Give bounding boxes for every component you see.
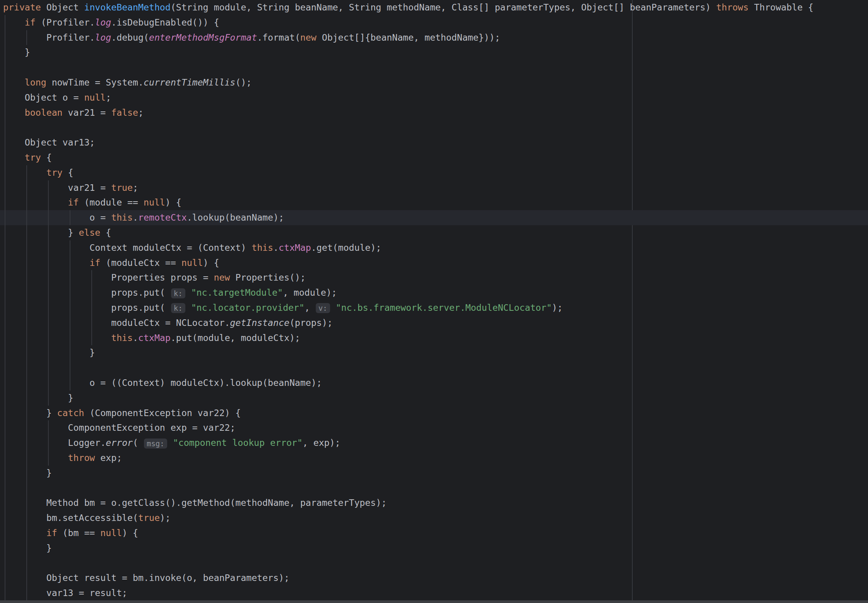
code-line[interactable]: } — [0, 45, 868, 60]
code-token: if — [89, 257, 100, 268]
code-token: ; — [106, 92, 111, 103]
inlay-hint-badge: msg: — [144, 439, 167, 449]
code-line[interactable]: var21 = true; — [0, 180, 868, 195]
code-line[interactable]: } — [0, 541, 868, 556]
code-line[interactable] — [0, 360, 868, 375]
code-line[interactable]: long nowTime = System.currentTimeMillis(… — [0, 75, 868, 90]
code-line[interactable]: try { — [0, 150, 868, 165]
code-line[interactable]: throw exp; — [0, 451, 868, 466]
code-token: (Profiler. — [36, 17, 95, 27]
code-line[interactable] — [0, 120, 868, 135]
indent-guide — [48, 420, 49, 465]
code-token: new — [300, 32, 317, 43]
code-line[interactable]: Object o = null; — [0, 90, 868, 105]
code-token: log — [95, 32, 111, 43]
code-token: exp; — [95, 452, 122, 463]
code-line[interactable]: var13 = result; — [0, 586, 868, 601]
code-token: "component lookup error" — [173, 437, 303, 448]
code-line[interactable]: if (Profiler.log.isDebugEnabled()) { — [0, 15, 868, 30]
code-token: Context moduleCtx = (Context) — [3, 242, 252, 253]
code-token: ; — [133, 182, 138, 193]
code-token: , — [305, 302, 315, 313]
code-line[interactable]: ComponentException exp = var22; — [0, 420, 868, 435]
code-token: if — [68, 197, 79, 207]
code-line[interactable]: } — [0, 391, 868, 406]
code-token: catch — [57, 408, 84, 418]
code-token: ( — [133, 437, 144, 448]
code-token: if — [25, 17, 36, 27]
code-line[interactable]: Object var13; — [0, 135, 868, 150]
code-token: error — [106, 437, 133, 448]
code-token: (module == — [79, 197, 144, 207]
code-token: "nc.bs.framework.server.ModuleNCLocator" — [336, 302, 552, 313]
code-line[interactable]: moduleCtx = NCLocator.getInstance(props)… — [0, 315, 868, 331]
code-token: else — [79, 227, 100, 238]
code-line[interactable]: } — [0, 345, 868, 360]
code-token — [3, 152, 25, 163]
code-token: } — [3, 227, 79, 238]
code-token: private — [3, 2, 41, 12]
code-line[interactable] — [0, 555, 868, 570]
code-token: Object — [41, 2, 84, 12]
code-token: this — [111, 212, 133, 223]
code-line[interactable]: if (bm == null) { — [0, 526, 868, 541]
code-line[interactable]: if (module == null) { — [0, 195, 868, 210]
code-line[interactable]: Logger.error( msg: "component lookup err… — [0, 435, 868, 451]
code-token: null — [144, 197, 165, 207]
code-line[interactable]: } else { — [0, 225, 868, 240]
code-line[interactable]: Properties props = new Properties(); — [0, 270, 868, 285]
code-line[interactable]: Object result = bm.invoke(o, beanParamet… — [0, 570, 868, 586]
code-editor[interactable]: private Object invokeBeanMethod(String m… — [0, 0, 868, 603]
code-token: getInstance — [230, 317, 289, 328]
code-line[interactable]: if (moduleCtx == null) { — [0, 255, 868, 271]
code-token — [3, 528, 46, 538]
code-token: o = — [3, 212, 111, 223]
code-token: } — [3, 47, 30, 57]
indent-guide — [5, 15, 5, 601]
code-token: null — [84, 92, 106, 103]
code-token: try — [46, 167, 63, 178]
code-line[interactable]: Profiler.log.debug(enterMethodMsgFormat.… — [0, 30, 868, 45]
code-line[interactable]: Method bm = o.getClass().getMethod(metho… — [0, 495, 868, 510]
code-token: currentTimeMillis — [144, 77, 235, 87]
code-line[interactable]: } catch (ComponentException var22) { — [0, 406, 868, 421]
code-line[interactable]: bm.setAccessible(true); — [0, 510, 868, 526]
code-token: Object result = bm.invoke(o, beanParamet… — [3, 572, 289, 583]
code-token: . — [133, 212, 138, 223]
horizontal-scrollbar[interactable] — [0, 600, 868, 603]
code-line-current[interactable]: o = this.remoteCtx.lookup(beanName); — [0, 210, 868, 225]
indent-guide — [91, 270, 92, 345]
code-token: true — [138, 512, 160, 523]
code-token — [3, 332, 111, 343]
code-token: ); — [552, 302, 563, 313]
code-token: .get(module); — [311, 242, 381, 253]
code-line[interactable] — [0, 481, 868, 496]
code-line[interactable] — [0, 60, 868, 75]
code-line[interactable]: } — [0, 466, 868, 481]
code-token — [3, 17, 25, 27]
code-token: } — [3, 408, 57, 418]
code-token: null — [181, 257, 203, 268]
code-token: var13 = result; — [3, 588, 127, 598]
inlay-hint-badge: v: — [316, 303, 330, 313]
code-token: if — [46, 528, 57, 538]
code-token: } — [3, 392, 73, 403]
code-token: } — [3, 468, 52, 478]
code-line[interactable]: props.put( k: "nc.locator.provider", v: … — [0, 300, 868, 315]
code-line[interactable]: boolean var21 = false; — [0, 105, 868, 120]
code-token — [168, 437, 173, 448]
code-line[interactable]: private Object invokeBeanMethod(String m… — [0, 0, 868, 15]
code-line[interactable]: this.ctxMap.put(module, moduleCtx); — [0, 331, 868, 346]
code-token: (ComponentException var22) { — [84, 408, 241, 418]
code-token: .debug( — [111, 32, 149, 43]
code-token: enterMethodMsgFormat — [149, 32, 257, 43]
code-line[interactable]: props.put( k: "nc.targetModule", module)… — [0, 285, 868, 300]
code-line[interactable]: Context moduleCtx = (Context) this.ctxMa… — [0, 240, 868, 255]
code-token — [3, 107, 25, 118]
code-line[interactable]: o = ((Context) moduleCtx).lookup(beanNam… — [0, 375, 868, 391]
code-token: } — [3, 347, 95, 358]
code-line[interactable]: try { — [0, 165, 868, 180]
code-token — [3, 452, 68, 463]
code-token: Object o = — [3, 92, 84, 103]
code-token: .put(module, moduleCtx); — [171, 332, 300, 343]
